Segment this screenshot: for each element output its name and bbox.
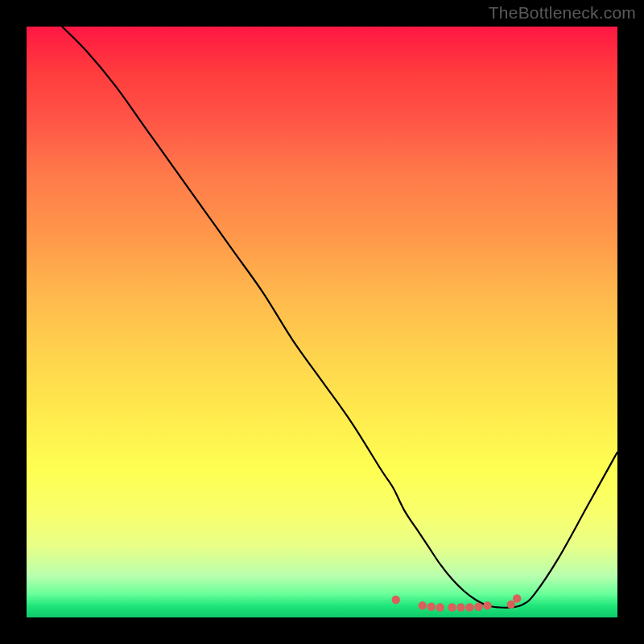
highlight-marker — [392, 596, 400, 604]
highlight-marker — [427, 603, 436, 611]
bottleneck-curve-path — [62, 27, 617, 608]
highlight-marker — [456, 603, 464, 611]
chart-plot-area — [27, 27, 617, 617]
highlight-markers — [392, 594, 522, 611]
highlight-marker — [465, 603, 473, 611]
highlight-marker — [436, 603, 444, 611]
highlight-marker — [419, 601, 427, 609]
highlight-marker — [513, 594, 521, 602]
bottleneck-curve-svg — [27, 27, 617, 617]
highlight-marker — [507, 601, 515, 609]
highlight-marker — [448, 603, 456, 611]
highlight-marker — [483, 601, 491, 609]
highlight-marker — [474, 603, 482, 611]
watermark-text: TheBottleneck.com — [489, 3, 636, 23]
